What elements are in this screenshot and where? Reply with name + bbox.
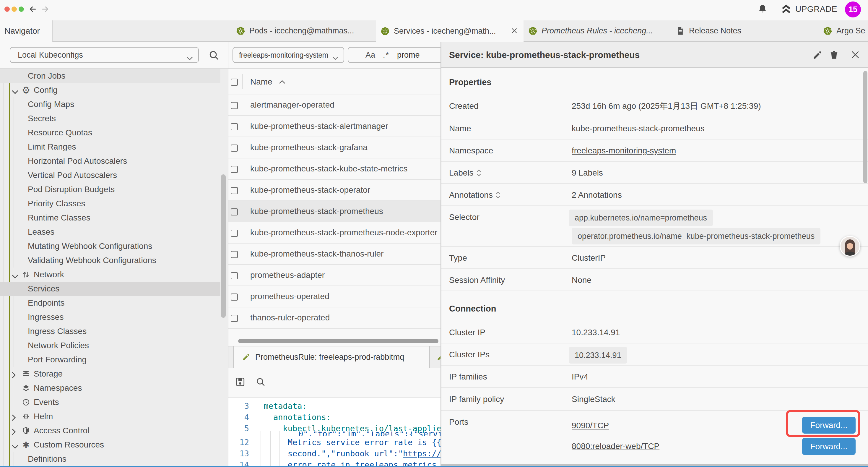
sidebar-item-leases[interactable]: Leases [0,225,220,239]
row-checkbox[interactable] [231,272,238,279]
sort-ascending-icon[interactable] [279,80,286,85]
window-tab-3[interactable]: Prometheus Rules - icecheng... [524,20,672,41]
sidebar-item-helm[interactable]: Helm [0,409,220,424]
row-checkbox[interactable] [231,166,238,173]
row-checkbox[interactable] [231,187,238,194]
close-window-button[interactable] [4,6,10,12]
sidebar-item-pod-disruption-budgets[interactable]: Pod Disruption Budgets [0,182,220,197]
window-tab-4[interactable]: Release Notes [671,20,819,41]
sidebar-item-storage[interactable]: Storage [0,367,220,381]
window-tab-2[interactable]: Services - icecheng@math... [376,20,524,42]
row-checkbox[interactable] [231,230,238,237]
sidebar-item-config-maps[interactable]: Config Maps [0,97,220,111]
horizontal-scrollbar[interactable] [238,339,438,343]
row-checkbox[interactable] [231,123,238,130]
forward-arrow-icon[interactable] [41,5,50,13]
sidebar-item-priority-classes[interactable]: Priority Classes [0,197,220,211]
row-name: kube-prometheus-stack-grafana [250,137,368,158]
minimize-window-button[interactable] [11,6,17,12]
sidebar-item-vertical-pod-autoscalers[interactable]: Vertical Pod Autoscalers [0,168,220,182]
navigator-panel-tab[interactable]: Navigator [0,20,53,42]
detail-value: 2 Annotations [572,184,622,206]
sidebar-item-secrets[interactable]: Secrets [0,111,220,126]
sidebar-item-label: Mutating Webhook Configurations [28,241,152,251]
sidebar-item-runtime-classes[interactable]: Runtime Classes [0,211,220,225]
detail-row-ip-family-policy: IP family policySingleStack [441,388,868,411]
row-checkbox[interactable] [231,208,238,215]
sidebar-item-ingress-classes[interactable]: Ingress Classes [0,324,220,339]
sidebar-item-network[interactable]: Network [0,267,220,282]
bell-icon[interactable] [757,4,768,15]
sidebar-item-access-control[interactable]: Access Control [0,424,220,438]
bottom-accent-strip [0,466,868,467]
row-checkbox[interactable] [231,145,238,152]
maximize-window-button[interactable] [19,6,24,12]
chevron-down-icon[interactable] [12,442,18,451]
chevron-down-icon[interactable] [12,272,18,281]
sidebar-scrollbar[interactable] [221,174,226,318]
sidebar-item-cron-jobs[interactable]: Cron Jobs [0,69,220,83]
namespace-select[interactable]: freeleaps-monitoring-system [232,47,344,63]
sidebar-item-horizontal-pod-autoscalers[interactable]: Horizontal Pod Autoscalers [0,154,220,168]
notification-badge[interactable]: 15 [845,1,861,18]
row-checkbox[interactable] [231,251,238,258]
sidebar-item-network-policies[interactable]: Network Policies [0,339,220,353]
chevron-right-icon[interactable] [12,428,16,437]
detail-value: ClusterIP [572,247,606,269]
connection-heading: Connection [449,304,496,314]
sidebar-item-namespaces[interactable]: Namespaces [0,381,220,395]
sidebar-search-icon[interactable] [208,50,219,62]
sidebar-item-label: Limit Ranges [28,142,76,152]
save-icon[interactable] [235,377,246,388]
sidebar-item-validating-webhook-configurations[interactable]: Validating Webhook Configurations [0,253,220,267]
sidebar-item-endpoints[interactable]: Endpoints [0,296,220,310]
sidebar-item-services[interactable]: Services [0,282,220,296]
avatar[interactable] [840,236,860,257]
expand-toggle-icon[interactable] [496,191,500,199]
select-all-checkbox[interactable] [231,79,238,86]
window-tab-5[interactable]: Argo Se [818,20,868,41]
sidebar-item-limit-ranges[interactable]: Limit Ranges [0,140,220,154]
editor-tab-prometheusrule[interactable]: PrometheusRule: freeleaps-prod-rabbitmq [233,346,430,368]
clock-icon [22,398,30,406]
chevron-right-icon[interactable] [12,371,16,380]
detail-value: 10.233.14.91 [572,321,620,344]
expand-toggle-icon[interactable] [476,169,481,177]
regex-toggle[interactable]: .* [383,51,390,60]
chevron-right-icon[interactable] [12,413,16,423]
sidebar-item-mutating-webhook-configurations[interactable]: Mutating Webhook Configurations [0,239,220,253]
kubeconfig-select[interactable]: Local Kubeconfigs [10,47,199,63]
row-name: alertmanager-operated [250,95,335,115]
sidebar-item-label: Helm [34,412,53,421]
close-tab-icon[interactable] [510,27,518,37]
window-tab-1[interactable]: Pods - icecheng@mathmas... [231,20,376,41]
port-link-8080-reloader-web-TCP[interactable]: 8080:reloader-web/TCP [572,442,659,451]
sidebar-item-ingresses[interactable]: Ingresses [0,310,220,324]
drawer-scrollbar[interactable] [863,71,867,183]
chevron-down-icon[interactable] [12,87,18,97]
forward-button-2[interactable]: Forward... [802,438,856,455]
code-line: metadata: [254,401,307,412]
back-arrow-icon[interactable] [28,5,37,13]
sidebar-item-label: Network Policies [28,341,89,350]
sidebar-item-resource-quotas[interactable]: Resource Quotas [0,126,220,140]
sidebar-item-custom-resources[interactable]: ✱Custom Resources [0,438,220,452]
sidebar-item-config[interactable]: ⚙Config [0,83,220,97]
sidebar-item-events[interactable]: Events [0,395,220,409]
detail-label: Cluster IP [449,328,486,337]
row-checkbox[interactable] [231,293,238,300]
sidebar-item-definitions[interactable]: Definitions [0,452,220,466]
row-name: kube-prometheus-stack-prometheus [250,201,383,222]
sidebar-item-port-forwarding[interactable]: Port Forwarding [0,353,220,367]
detail-row-session-affinity: Session AffinityNone [441,269,868,291]
detail-value[interactable]: freeleaps-monitoring-system [572,140,676,162]
port-link-9090-TCP[interactable]: 9090/TCP [572,421,609,430]
editor-search-icon[interactable] [255,377,266,388]
upgrade-label[interactable]: UPGRADE [795,4,837,14]
row-checkbox[interactable] [231,102,238,109]
detail-row-cluster-ips: Cluster IPs10.233.14.91 [441,344,868,366]
upgrade-icon[interactable] [780,3,792,16]
row-checkbox[interactable] [231,315,238,322]
match-case-toggle[interactable]: Aa [366,51,375,60]
name-column-header[interactable]: Name [250,69,272,95]
